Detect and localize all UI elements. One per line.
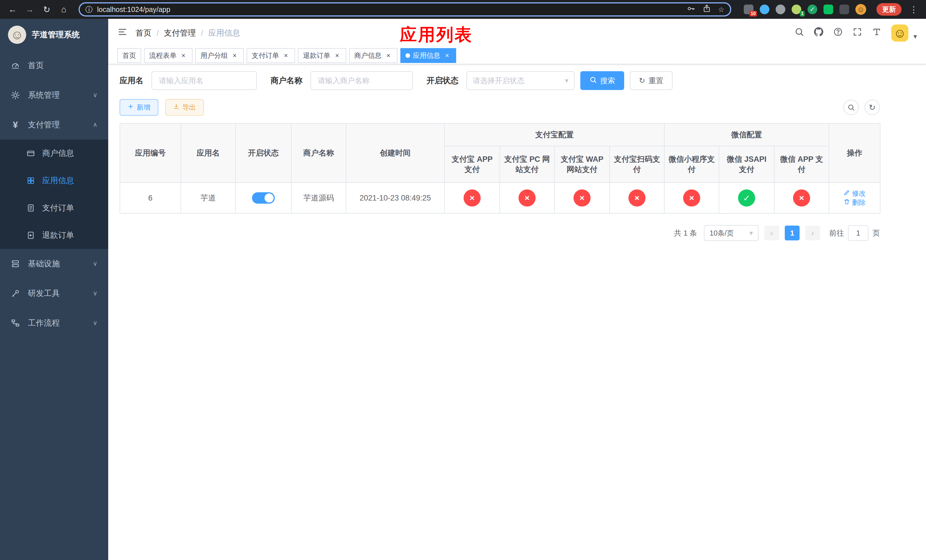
- sidebar-item-dev-tools[interactable]: 研发工具 ∨: [0, 278, 108, 308]
- close-icon[interactable]: ×: [231, 51, 239, 59]
- delete-link[interactable]: 删除: [843, 198, 865, 207]
- browser-reload-button[interactable]: ↻: [40, 3, 53, 16]
- sidebar-item-merchant-info[interactable]: 商户信息: [0, 139, 108, 167]
- site-info-icon[interactable]: ⓘ: [85, 5, 92, 14]
- extension-wechat-dev-icon[interactable]: 1: [791, 5, 801, 14]
- sidebar-item-payment-orders[interactable]: 支付订单: [0, 194, 108, 222]
- tag-home[interactable]: 首页: [117, 48, 141, 63]
- extension-drop-icon[interactable]: [760, 5, 769, 14]
- close-icon[interactable]: ×: [384, 51, 392, 59]
- breadcrumb-current: 应用信息: [209, 28, 240, 38]
- search-button[interactable]: 搜索: [580, 71, 624, 90]
- sidebar-item-workflow[interactable]: 工作流程 ∨: [0, 308, 108, 338]
- breadcrumb-home[interactable]: 首页: [136, 28, 151, 38]
- payment-submenu: 商户信息 应用信息 支付订单: [0, 139, 108, 249]
- chrome-menu-icon[interactable]: ⋮: [907, 5, 920, 15]
- tag-payment-orders[interactable]: 支付订单 ×: [247, 48, 295, 63]
- toggle-search-button[interactable]: [843, 100, 859, 115]
- tag-label: 退款订单: [303, 51, 330, 60]
- chevron-down-icon: ∨: [93, 319, 97, 327]
- goto-page-input[interactable]: [848, 225, 869, 241]
- help-icon[interactable]: [833, 27, 843, 39]
- extension-check-icon[interactable]: ✓: [808, 5, 817, 14]
- sidebar-item-payment[interactable]: ¥ 支付管理 ∧: [0, 110, 108, 139]
- status-label: 开启状态: [427, 75, 458, 86]
- sidebar-item-app-info[interactable]: 应用信息: [0, 167, 108, 194]
- wechat-badge: 1: [800, 11, 805, 17]
- breadcrumb-payment[interactable]: 支付管理: [164, 28, 196, 38]
- close-icon[interactable]: ×: [282, 51, 290, 59]
- hamburger-icon[interactable]: [117, 27, 127, 39]
- close-icon[interactable]: ×: [333, 51, 341, 59]
- tag-merchant-info[interactable]: 商户信息 ×: [349, 48, 398, 63]
- edit-link-label: 修改: [852, 189, 865, 198]
- url-text[interactable]: localhost:1024/pay/app: [97, 5, 682, 14]
- plus-icon: [127, 103, 134, 111]
- sidebar-item-label: 商户信息: [42, 148, 74, 159]
- browser-home-button[interactable]: ⌂: [57, 3, 71, 16]
- refresh-table-button[interactable]: ↻: [864, 100, 880, 115]
- font-size-icon[interactable]: [872, 27, 882, 39]
- add-button[interactable]: 新增: [120, 99, 158, 116]
- extension-grid-icon[interactable]: 10: [744, 5, 754, 14]
- tag-app-info[interactable]: 应用信息 ×: [400, 48, 456, 63]
- status-select-placeholder: 请选择开启状态: [473, 76, 525, 86]
- export-button[interactable]: 导出: [165, 99, 204, 116]
- merchant-name-label: 商户名称: [271, 75, 303, 86]
- tag-refund-orders[interactable]: 退款订单 ×: [298, 48, 346, 63]
- active-dot-icon: [406, 53, 410, 58]
- avatar-dropdown-icon[interactable]: ▾: [914, 32, 917, 42]
- tags-view: 首页 流程表单 × 用户分组 × 支付订单 × 退款订单 ×: [108, 47, 926, 64]
- prev-page-button[interactable]: ‹: [764, 226, 779, 241]
- password-key-icon[interactable]: [686, 4, 695, 15]
- col-header-wechat-jsapi: 微信 JSAPI 支付: [719, 146, 774, 183]
- tag-user-group[interactable]: 用户分组 ×: [195, 48, 244, 63]
- fullscreen-icon[interactable]: [853, 27, 862, 39]
- sidebar-item-refund-orders[interactable]: 退款订单: [0, 222, 108, 249]
- user-avatar[interactable]: ☺: [891, 24, 908, 42]
- current-page-button[interactable]: 1: [785, 226, 800, 241]
- close-icon[interactable]: ×: [179, 51, 188, 59]
- extension-chat-icon[interactable]: [823, 5, 833, 14]
- tag-label: 商户信息: [354, 51, 381, 60]
- app-name-input[interactable]: [151, 71, 257, 90]
- gear-icon: [11, 91, 20, 100]
- chrome-profile-avatar[interactable]: ☺: [855, 4, 866, 15]
- chrome-update-button[interactable]: 更新: [876, 3, 902, 16]
- status-select[interactable]: 请选择开启状态 ▾: [466, 71, 575, 90]
- extension-puzzle-icon[interactable]: [840, 5, 849, 14]
- sidebar-logo[interactable]: ☺ 芋道管理系统: [0, 19, 108, 51]
- browser-back-button[interactable]: ←: [6, 3, 20, 16]
- sidebar-item-label: 系统管理: [28, 90, 60, 101]
- tag-process-form[interactable]: 流程表单 ×: [144, 48, 192, 63]
- disabled-icon: ×: [573, 189, 590, 206]
- wrench-icon: [11, 289, 20, 298]
- page-size-select[interactable]: 10条/页 ▾: [704, 225, 758, 241]
- navbar: 首页 / 支付管理 / 应用信息 应用列表: [108, 19, 926, 47]
- sidebar-item-label: 工作流程: [28, 318, 60, 328]
- search-icon[interactable]: [794, 27, 804, 39]
- extension-circle-icon[interactable]: [776, 5, 785, 14]
- status-toggle[interactable]: [252, 192, 275, 204]
- sidebar-item-infrastructure[interactable]: 基础设施 ∨: [0, 249, 108, 278]
- edit-link[interactable]: 修改: [843, 189, 865, 198]
- sidebar-item-home[interactable]: 首页: [0, 51, 108, 80]
- github-icon[interactable]: [814, 27, 823, 39]
- cell-merchant: 芋道源码: [291, 183, 346, 213]
- col-header-status: 开启状态: [236, 123, 291, 183]
- close-icon[interactable]: ×: [443, 51, 451, 59]
- address-bar[interactable]: ⓘ localhost:1024/pay/app ☆: [79, 2, 731, 17]
- merchant-name-input[interactable]: [310, 71, 413, 90]
- sidebar-item-system[interactable]: 系统管理 ∨: [0, 80, 108, 110]
- share-icon[interactable]: [702, 4, 711, 15]
- browser-forward-button[interactable]: →: [23, 3, 36, 16]
- logo-avatar-icon: ☺: [8, 26, 26, 44]
- bookmark-star-icon[interactable]: ☆: [718, 5, 725, 14]
- cell-alipay-pc: ×: [500, 183, 554, 213]
- next-page-button[interactable]: ›: [805, 226, 820, 241]
- app-name-label: 应用名: [120, 75, 144, 86]
- breadcrumb-separator: /: [157, 29, 159, 38]
- filter-form: 应用名 商户名称 开启状态 请选择开启状态 ▾: [120, 71, 880, 90]
- reset-button[interactable]: ↻ 重置: [630, 71, 673, 90]
- yen-icon: ¥: [11, 120, 20, 129]
